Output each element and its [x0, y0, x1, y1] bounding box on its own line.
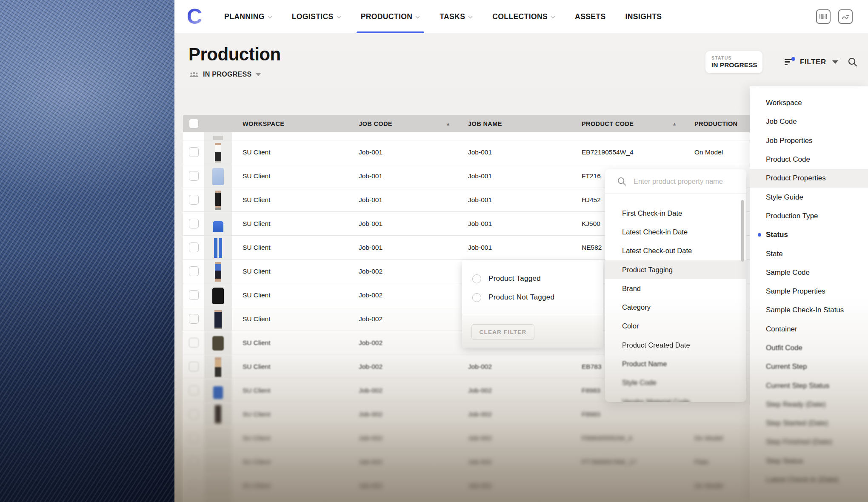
filter-panel-item[interactable]: Product Code — [750, 150, 868, 169]
nav-item[interactable]: ASSETS — [575, 0, 605, 33]
filter-panel-item[interactable]: Latest Check-In (Date) — [750, 471, 868, 489]
product-image[interactable] — [212, 288, 224, 304]
product-image[interactable] — [215, 500, 221, 502]
product-image[interactable] — [215, 262, 221, 282]
property-list-item[interactable]: Brand — [605, 279, 746, 298]
filter-panel-item[interactable]: Workspace — [750, 94, 868, 112]
filter-panel-item[interactable]: Job Code — [750, 112, 868, 131]
status-filter-chip[interactable]: STATUS IN PROGRESS — [705, 51, 762, 73]
property-list-item[interactable]: Style Code — [605, 374, 746, 392]
search-icon — [617, 177, 627, 186]
row-checkbox[interactable] — [189, 338, 199, 348]
dropdown-scrollbar[interactable] — [741, 200, 744, 262]
row-checkbox[interactable] — [189, 290, 199, 300]
filter-panel-item[interactable]: Sample Code — [750, 263, 868, 282]
row-checkbox[interactable] — [189, 409, 199, 419]
property-list-item[interactable]: First Check-in Date — [605, 204, 746, 222]
filter-panel-item[interactable]: Sample Properties — [750, 282, 868, 301]
select-all-checkbox[interactable] — [189, 119, 199, 128]
filter-panel-item[interactable]: Step Started (Date) — [750, 414, 868, 433]
row-checkbox[interactable] — [189, 457, 199, 467]
row-checkbox[interactable] — [189, 171, 199, 181]
barcode-icon[interactable] — [816, 9, 831, 24]
product-image[interactable] — [214, 238, 222, 258]
column-header-job-code[interactable]: JOB CODE▲ — [348, 120, 457, 127]
nav-item[interactable]: LOGISTICS — [292, 0, 341, 33]
property-list-item[interactable]: Product Tagging — [605, 260, 746, 279]
radio-button-icon[interactable] — [472, 293, 481, 302]
row-checkbox[interactable] — [189, 385, 199, 395]
filter-panel-item[interactable]: Current Step Status — [750, 376, 868, 395]
row-checkbox-cell — [183, 474, 204, 497]
product-image[interactable] — [215, 453, 221, 472]
nav-item[interactable]: TASKS — [440, 0, 473, 33]
property-list-item[interactable]: Latest Check-in Date — [605, 222, 746, 241]
filter-panel-item[interactable]: Step Status — [750, 452, 868, 471]
property-list-item[interactable]: Product Name — [605, 354, 746, 373]
filter-panel-item[interactable]: Outfit Code — [750, 339, 868, 357]
product-image[interactable] — [215, 405, 221, 425]
workspace-cell — [232, 498, 348, 502]
filter-button[interactable]: FILTER — [785, 58, 838, 66]
filter-panel-item[interactable]: Container — [750, 320, 868, 339]
chevron-down-icon — [468, 16, 473, 19]
nav-item[interactable]: PLANNING — [224, 0, 272, 33]
row-checkbox[interactable] — [189, 433, 199, 443]
property-list-item[interactable]: Product Created Date — [605, 336, 746, 354]
filter-panel-item[interactable]: State — [750, 244, 868, 263]
nav-item[interactable]: PRODUCTION — [361, 0, 420, 33]
product-image[interactable] — [215, 429, 221, 448]
view-scope-selector[interactable]: IN PROGRESS — [189, 71, 261, 78]
filter-panel-item[interactable]: Product Properties — [750, 169, 868, 188]
filter-panel-item[interactable]: Sample Check-In Status — [750, 301, 868, 319]
clear-filter-button[interactable]: CLEAR FILTER — [471, 324, 534, 340]
product-image[interactable] — [213, 221, 223, 232]
row-checkbox[interactable] — [189, 362, 199, 371]
nav-item-label: COLLECTIONS — [492, 12, 548, 21]
row-checkbox-cell — [183, 355, 204, 378]
filter-panel-item[interactable]: Status — [750, 225, 868, 244]
row-checkbox[interactable] — [189, 242, 199, 252]
filter-active-dot — [791, 57, 795, 61]
product-property-dropdown: First Check-in Date Latest Check-in Date… — [605, 169, 746, 402]
row-checkbox[interactable] — [189, 266, 199, 276]
product-image[interactable] — [215, 357, 221, 377]
row-checkbox[interactable] — [189, 314, 199, 324]
filter-panel-item[interactable]: Job Properties — [750, 131, 868, 150]
row-checkbox[interactable] — [189, 147, 199, 157]
radio-button-icon[interactable] — [472, 274, 481, 283]
app-logo[interactable]: C — [185, 0, 203, 33]
filter-panel-item[interactable]: Production Type — [750, 207, 868, 225]
radio-option[interactable]: Product Tagged — [462, 269, 603, 288]
row-checkbox[interactable] — [189, 219, 199, 228]
search-icon[interactable] — [848, 57, 858, 67]
workspace-cell: SU Client — [232, 331, 348, 354]
filter-panel-item[interactable]: Step Finished (Date) — [750, 433, 868, 451]
property-list-item[interactable]: Vendor Material Code — [605, 392, 746, 402]
property-list-item[interactable]: Latest Check-out Date — [605, 242, 746, 260]
filter-panel-item[interactable]: Style Guide — [750, 188, 868, 206]
product-image-cell — [204, 450, 232, 473]
nav-item-label: LOGISTICS — [292, 12, 334, 21]
property-list-item[interactable]: Category — [605, 298, 746, 317]
row-checkbox[interactable] — [189, 481, 199, 491]
filter-panel-item[interactable]: Current Step — [750, 357, 868, 376]
row-checkbox[interactable] — [189, 195, 199, 205]
product-image[interactable] — [215, 143, 221, 163]
property-search-input[interactable] — [633, 177, 741, 186]
nav-item[interactable]: COLLECTIONS — [492, 0, 555, 33]
hanger-icon[interactable] — [838, 9, 853, 24]
column-header-workspace[interactable]: WORKSPACE — [232, 120, 348, 127]
product-image[interactable] — [215, 476, 221, 496]
radio-option[interactable]: Product Not Tagged — [462, 288, 603, 307]
product-image[interactable] — [212, 168, 224, 185]
filter-panel-item[interactable]: Step Ready (Date) — [750, 395, 868, 414]
product-image[interactable] — [212, 336, 224, 351]
product-image[interactable] — [215, 191, 221, 210]
property-list-item[interactable]: Color — [605, 317, 746, 336]
column-header-product-code[interactable]: PRODUCT CODE▲ — [571, 120, 684, 127]
column-header-job-name[interactable]: JOB NAME — [457, 120, 571, 127]
nav-item[interactable]: INSIGHTS — [625, 0, 662, 33]
product-image[interactable] — [214, 310, 222, 329]
product-image[interactable] — [213, 386, 223, 399]
